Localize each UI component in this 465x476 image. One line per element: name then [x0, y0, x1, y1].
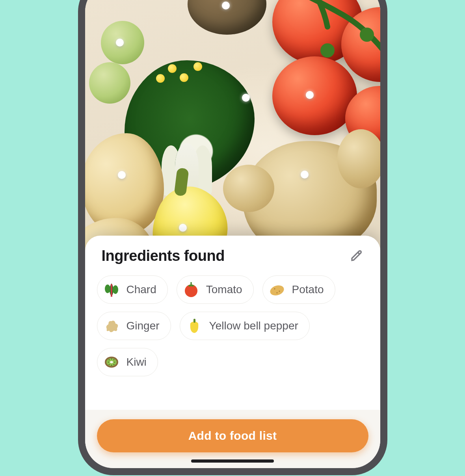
svg-point-5 [185, 284, 197, 297]
chip-label: Tomato [206, 283, 242, 296]
kiwi-icon [103, 353, 120, 371]
ingredients-sheet: Ingredients found Chard [85, 236, 380, 468]
svg-point-4 [113, 285, 118, 294]
ingredient-chip-list: Chard Tomato Potato [85, 273, 380, 376]
ingredient-chip-ginger[interactable]: Ginger [97, 312, 171, 340]
produce-flowers [156, 62, 211, 94]
ingredient-chip-tomato[interactable]: Tomato [177, 275, 254, 304]
detection-dot[interactable] [301, 171, 309, 178]
detection-dot[interactable] [306, 91, 314, 99]
phone-screen: Ingredients found Chard [85, 0, 380, 468]
svg-point-3 [105, 284, 110, 293]
ingredient-chip-potato[interactable]: Potato [262, 275, 335, 304]
chip-label: Potato [292, 283, 324, 296]
detection-dot[interactable] [242, 94, 250, 102]
yellow-bell-pepper-icon [186, 317, 203, 335]
ingredient-chip-kiwi[interactable]: Kiwi [97, 348, 158, 376]
ingredient-chip-yellow-bell-pepper[interactable]: Yellow bell pepper [180, 312, 310, 340]
chip-label: Kiwi [126, 356, 147, 368]
detection-dot[interactable] [222, 2, 230, 9]
ginger-icon [103, 317, 120, 335]
svg-point-6 [269, 284, 285, 297]
svg-point-21 [113, 364, 114, 365]
produce-ginger [243, 141, 377, 251]
ingredient-chip-chard[interactable]: Chard [97, 275, 168, 304]
svg-rect-10 [193, 319, 195, 323]
svg-point-15 [111, 365, 112, 366]
detection-dot[interactable] [118, 171, 126, 179]
tomato-icon [182, 281, 200, 298]
chip-label: Yellow bell pepper [209, 320, 298, 332]
produce-sprout [89, 62, 130, 104]
svg-point-7 [274, 288, 275, 290]
chip-label: Chard [126, 283, 156, 296]
svg-point-18 [109, 359, 110, 360]
ingredients-photo [85, 0, 380, 251]
detection-dot[interactable] [116, 39, 124, 46]
svg-point-19 [113, 359, 114, 360]
home-indicator[interactable] [191, 459, 274, 463]
svg-point-8 [279, 291, 280, 292]
svg-point-17 [114, 362, 115, 363]
svg-point-13 [110, 361, 113, 363]
svg-point-20 [109, 364, 110, 365]
add-to-food-list-button[interactable]: Add to food list [97, 419, 368, 452]
detection-dot[interactable] [179, 224, 187, 232]
chard-icon [103, 281, 120, 298]
svg-point-9 [276, 292, 277, 294]
sheet-title: Ingredients found [102, 247, 225, 264]
svg-point-16 [108, 362, 109, 363]
svg-point-14 [111, 359, 112, 359]
pencil-icon[interactable] [350, 248, 364, 264]
produce-tomato [272, 56, 357, 135]
chip-label: Ginger [126, 320, 160, 332]
potato-icon [268, 281, 286, 298]
phone-frame: Ingredients found Chard [78, 0, 387, 475]
